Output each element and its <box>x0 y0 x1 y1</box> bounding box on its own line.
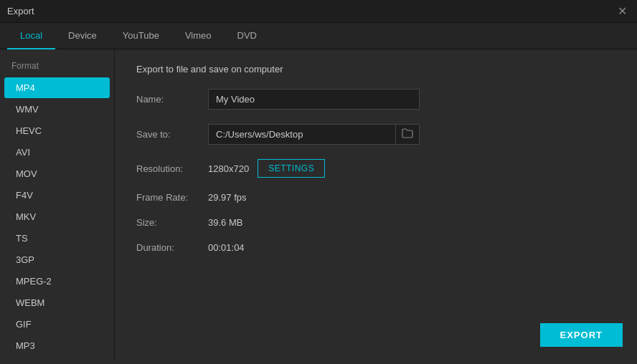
main-panel: Export to file and save on computer Name… <box>115 49 637 361</box>
format-group-label: Format <box>0 58 114 77</box>
settings-button[interactable]: SETTINGS <box>258 159 325 178</box>
saveto-row: Save to: C:/Users/ws/Desktop <box>136 124 615 145</box>
title-bar: Export ✕ <box>0 0 637 23</box>
format-item-webm[interactable]: WEBM <box>4 292 110 313</box>
format-item-mpeg2[interactable]: MPEG-2 <box>4 271 110 292</box>
content-area: Format MP4 WMV HEVC AVI MOV F4V MKV TS 3… <box>0 49 637 361</box>
section-title: Export to file and save on computer <box>136 64 615 75</box>
format-item-mp3[interactable]: MP3 <box>4 335 110 356</box>
saveto-path: C:/Users/ws/Desktop <box>209 125 395 144</box>
resolution-row: Resolution: 1280x720 SETTINGS <box>136 159 615 178</box>
duration-value: 00:01:04 <box>208 242 245 253</box>
format-item-3gp[interactable]: 3GP <box>4 249 110 270</box>
size-label: Size: <box>136 217 208 228</box>
browse-folder-button[interactable] <box>395 125 419 144</box>
duration-label: Duration: <box>136 242 208 253</box>
export-button[interactable]: EXPORT <box>540 323 623 347</box>
close-button[interactable]: ✕ <box>615 4 630 19</box>
format-item-ts[interactable]: TS <box>4 228 110 249</box>
framerate-row: Frame Rate: 29.97 fps <box>136 192 615 203</box>
name-row: Name: <box>136 89 615 110</box>
format-item-avi[interactable]: AVI <box>4 142 110 163</box>
resolution-wrapper: 1280x720 SETTINGS <box>208 159 325 178</box>
format-item-hevc[interactable]: HEVC <box>4 120 110 141</box>
resolution-value: 1280x720 <box>208 163 249 174</box>
name-input[interactable] <box>208 89 420 110</box>
dialog-title: Export <box>7 6 34 16</box>
framerate-label: Frame Rate: <box>136 192 208 203</box>
format-item-mkv[interactable]: MKV <box>4 206 110 227</box>
format-item-f4v[interactable]: F4V <box>4 185 110 206</box>
format-sidebar: Format MP4 WMV HEVC AVI MOV F4V MKV TS 3… <box>0 49 115 361</box>
tab-local[interactable]: Local <box>7 23 55 49</box>
tab-dvd[interactable]: DVD <box>225 23 270 49</box>
saveto-label: Save to: <box>136 129 208 140</box>
saveto-wrapper: C:/Users/ws/Desktop <box>208 124 420 145</box>
size-row: Size: 39.6 MB <box>136 217 615 228</box>
duration-row: Duration: 00:01:04 <box>136 242 615 253</box>
format-item-wmv[interactable]: WMV <box>4 99 110 120</box>
format-item-gif[interactable]: GIF <box>4 314 110 335</box>
name-label: Name: <box>136 94 208 105</box>
format-item-mp4[interactable]: MP4 <box>4 77 110 98</box>
tab-bar: Local Device YouTube Vimeo DVD <box>0 23 637 49</box>
size-value: 39.6 MB <box>208 217 242 228</box>
tab-device[interactable]: Device <box>55 23 110 49</box>
tab-youtube[interactable]: YouTube <box>110 23 172 49</box>
framerate-value: 29.97 fps <box>208 192 247 203</box>
resolution-label: Resolution: <box>136 163 208 174</box>
format-item-mov[interactable]: MOV <box>4 163 110 184</box>
tab-vimeo[interactable]: Vimeo <box>172 23 225 49</box>
